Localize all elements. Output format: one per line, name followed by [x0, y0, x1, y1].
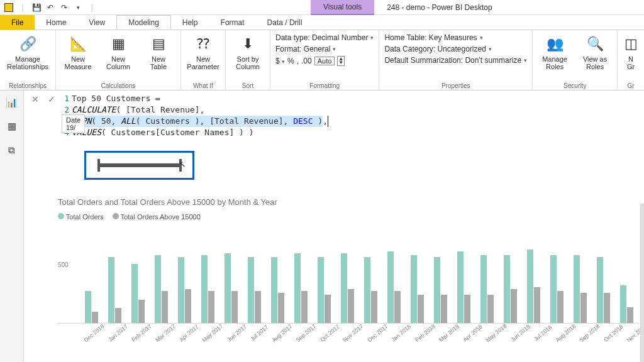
view-as-icon: 🔍	[585, 34, 605, 54]
tab-data-drill[interactable]: Data / Drill	[256, 15, 314, 30]
model-view-icon[interactable]: ⧉	[5, 143, 19, 157]
bar-series-1	[341, 253, 347, 323]
bar-series-1	[574, 255, 580, 323]
bar-pair	[383, 251, 405, 323]
workspace: 📊 ▦ ⧉ ✕ ✓ 1Top 50 Customers = 2CALCULATE…	[0, 90, 644, 362]
chart-visual[interactable]: Total Orders and Total Orders Above 1500…	[58, 197, 638, 330]
manage-roles-button[interactable]: 👥Manage Roles	[536, 31, 573, 70]
group-icon: ◫	[621, 34, 641, 54]
bar-series-2	[301, 291, 308, 323]
x-label: Nov 2017	[342, 323, 365, 343]
currency-button[interactable]: $ ▾	[275, 57, 285, 65]
decimal-spinner[interactable]: ▲▼	[337, 56, 345, 66]
group-groups: ◫N Gr Gr	[618, 30, 644, 90]
tab-format[interactable]: Format	[209, 15, 256, 30]
chart-x-labels: Dec 2016Jan 2017Feb 2017Mar 2017Apr 2017…	[58, 324, 638, 330]
data-view-icon[interactable]: ▦	[5, 119, 19, 133]
bar-series-2	[185, 289, 191, 323]
group-calculations: 📐New Measure ▦New Column ▤New Table Calc…	[56, 30, 181, 90]
formula-bar: ✕ ✓ 1Top 50 Customers = 2CALCULATE( [Tot…	[24, 90, 644, 141]
new-table-button[interactable]: ▤New Table	[140, 31, 177, 70]
x-label: Sep 2017	[295, 323, 318, 343]
commit-formula-icon[interactable]: ✓	[45, 93, 58, 106]
bar-series-2	[394, 291, 401, 323]
document-title: 248 - demo - Power BI Desktop	[387, 0, 492, 15]
comma-button[interactable]: ,	[297, 57, 299, 65]
bar-series-2	[278, 293, 284, 323]
sort-by-column-button[interactable]: ⬇Sort by Column	[230, 31, 266, 70]
report-view-icon[interactable]: 📊	[5, 96, 19, 109]
x-label: Feb 2017	[130, 323, 153, 343]
save-icon[interactable]: 💾	[30, 1, 43, 14]
bar-pair	[406, 255, 428, 323]
x-label: Apr 2018	[462, 324, 483, 343]
slider-track[interactable]	[99, 163, 180, 167]
new-parameter-button[interactable]: ⁇New Parameter	[185, 31, 221, 70]
y-tick: 500	[58, 261, 69, 268]
x-label: May 2017	[201, 323, 225, 344]
view-as-roles-button[interactable]: 🔍View as Roles	[577, 31, 613, 70]
bar-series-2	[557, 291, 564, 323]
data-type-dropdown[interactable]: Data type: Decimal Number ▾	[274, 33, 375, 43]
bar-series-2	[138, 300, 145, 324]
tab-modeling[interactable]: Modeling	[116, 15, 171, 30]
format-dropdown[interactable]: Format: General ▾	[274, 44, 375, 54]
bar-pair	[360, 257, 382, 323]
bar-series-2	[627, 307, 633, 324]
tab-file[interactable]: File	[0, 15, 35, 30]
ribbon: 🔗 Manage Relationships Relationships 📐Ne…	[0, 30, 644, 90]
legend-swatch-1	[58, 213, 64, 219]
bar-series-1	[225, 253, 231, 323]
highlighted-slider-region: ↖	[84, 151, 194, 180]
x-label: Jan 2017	[107, 323, 129, 343]
tab-help[interactable]: Help	[171, 15, 209, 30]
bar-series-1	[294, 253, 301, 323]
bar-pair	[616, 285, 638, 323]
bar-series-1	[411, 255, 417, 323]
x-label: Jul 2017	[249, 324, 269, 343]
divider: |	[16, 1, 29, 14]
divider: |	[86, 1, 98, 14]
qat-dropdown-icon[interactable]: ▾	[72, 1, 84, 14]
bar-series-1	[85, 291, 91, 323]
slider-handle-left[interactable]	[97, 159, 100, 172]
new-measure-button[interactable]: 📐New Measure	[60, 31, 96, 70]
bar-pair	[127, 264, 149, 324]
new-group-button[interactable]: ◫N Gr	[621, 31, 640, 70]
bar-series-2	[604, 293, 610, 323]
bar-pair	[546, 255, 568, 323]
table-icon: ▤	[148, 34, 169, 54]
new-column-button[interactable]: ▦New Column	[100, 31, 136, 70]
decimal-places-input[interactable]: Auto	[314, 57, 335, 65]
decimal-button[interactable]: .00	[301, 57, 312, 65]
bar-series-2	[92, 312, 98, 323]
default-summarization-dropdown[interactable]: Default Summarization: Don't summarize ▾	[383, 55, 528, 65]
undo-icon[interactable]: ↶	[44, 1, 57, 14]
tab-home[interactable]: Home	[35, 15, 77, 30]
cancel-formula-icon[interactable]: ✕	[29, 93, 42, 106]
parameter-icon: ⁇	[193, 34, 213, 54]
percent-button[interactable]: %	[287, 57, 294, 65]
dax-editor[interactable]: 1Top 50 Customers = 2CALCULATE( [Total R…	[62, 93, 328, 138]
bar-series-1	[248, 257, 254, 323]
chart-bars	[80, 248, 638, 323]
x-label: Jul 2018	[533, 324, 553, 343]
manage-relationships-button[interactable]: 🔗 Manage Relationships	[4, 31, 52, 70]
pane-resize-handle[interactable]	[640, 204, 644, 362]
x-label: May 2018	[485, 323, 508, 344]
data-category-dropdown[interactable]: Data Category: Uncategorized ▾	[383, 44, 528, 54]
chart-title: Total Orders and Total Orders Above 1500…	[58, 197, 638, 207]
bar-series-2	[580, 293, 587, 323]
bar-pair	[592, 257, 614, 323]
home-table-dropdown[interactable]: Home Table: Key Measures ▾	[383, 33, 528, 43]
bar-pair	[569, 255, 591, 323]
redo-icon[interactable]: ↷	[58, 1, 70, 14]
bar-series-1	[318, 257, 324, 323]
format-controls: $ ▾ % , .00 Auto ▲▼	[274, 55, 375, 67]
bar-series-1	[527, 250, 533, 323]
bar-pair	[453, 251, 475, 323]
bar-series-1	[434, 257, 440, 323]
bar-series-2	[115, 308, 121, 323]
bar-series-1	[620, 285, 626, 323]
tab-view[interactable]: View	[77, 15, 116, 30]
